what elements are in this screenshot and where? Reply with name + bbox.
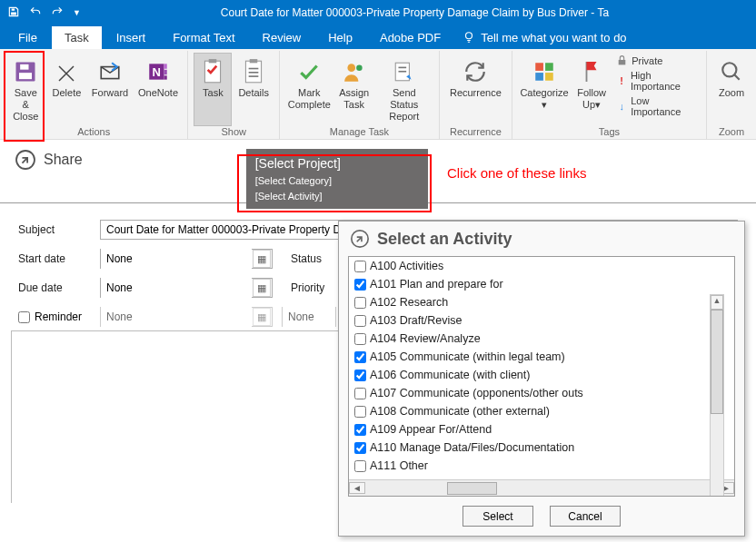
share-icon xyxy=(15,149,36,171)
calendar-icon[interactable]: ▦ xyxy=(253,279,271,297)
high-importance-icon: ! xyxy=(616,75,627,86)
activity-label: A101 Plan and prepare for xyxy=(370,278,503,291)
recurrence-button[interactable]: Recurrence xyxy=(445,53,506,126)
group-zoom-label: Zoom xyxy=(712,126,751,139)
activity-checkbox[interactable] xyxy=(354,261,366,272)
tell-me-input[interactable]: Tell me what you want to do xyxy=(463,31,626,44)
assign-task-button[interactable]: Assign Task xyxy=(335,53,373,126)
reminder-checkbox[interactable] xyxy=(18,311,30,323)
tab-help[interactable]: Help xyxy=(315,26,365,49)
activity-checkbox[interactable] xyxy=(354,442,366,454)
activity-checkbox[interactable] xyxy=(354,279,366,291)
low-importance-toggle[interactable]: ↓Low Importance xyxy=(616,95,697,117)
activity-label: A107 Communicate (opponents/other outs xyxy=(370,387,583,399)
activity-row[interactable]: A111 Other xyxy=(349,457,734,475)
forward-button[interactable]: Forward xyxy=(87,53,132,126)
flag-icon xyxy=(582,60,602,84)
select-activity-dialog: Select an Activity A100 ActivitiesA101 P… xyxy=(338,221,745,537)
save-close-icon xyxy=(13,59,38,84)
share-bar: Share [Select Project] [Select Category]… xyxy=(0,140,756,203)
vertical-scrollbar[interactable]: ▲ ▼ xyxy=(710,294,724,497)
select-category-link[interactable]: [Select Category] xyxy=(255,173,417,189)
scroll-up-icon[interactable]: ▲ xyxy=(711,295,723,310)
activity-row[interactable]: A110 Manage Data/Files/Documentation xyxy=(349,439,734,457)
reminder-time-input[interactable] xyxy=(282,307,336,327)
undo-icon[interactable] xyxy=(29,5,42,21)
group-actions-label: Actions xyxy=(5,126,182,139)
tab-review[interactable]: Review xyxy=(250,26,314,49)
activity-label: A103 Draft/Revise xyxy=(370,314,462,327)
redo-icon[interactable] xyxy=(51,5,64,21)
lightbulb-icon xyxy=(463,31,475,44)
save-icon[interactable] xyxy=(7,5,20,21)
private-toggle[interactable]: Private xyxy=(616,54,697,66)
reminder-label: Reminder xyxy=(35,310,82,323)
delete-icon xyxy=(55,61,77,83)
group-show-label: Show xyxy=(194,126,274,139)
activity-checkbox[interactable] xyxy=(354,297,366,309)
high-importance-toggle[interactable]: !High Importance xyxy=(616,70,697,92)
svg-rect-25 xyxy=(545,73,553,81)
project-select-box: [Select Project] [Select Category] [Sele… xyxy=(246,149,428,209)
tab-file[interactable]: File xyxy=(5,26,50,49)
due-date-input[interactable]: ▦ xyxy=(100,278,273,298)
activity-checkbox[interactable] xyxy=(354,424,366,436)
activity-row[interactable]: A100 Activities xyxy=(349,257,734,275)
tab-insert[interactable]: Insert xyxy=(104,26,159,49)
activity-row[interactable]: A107 Communicate (opponents/other outs xyxy=(349,384,734,402)
select-project-link[interactable]: [Select Project] xyxy=(255,154,417,173)
svg-rect-21 xyxy=(398,71,406,73)
save-close-button[interactable]: Save & Close xyxy=(5,53,45,126)
cancel-button[interactable]: Cancel xyxy=(550,506,621,527)
calendar-icon[interactable]: ▦ xyxy=(253,250,271,268)
categorize-button[interactable]: Categorize▾ xyxy=(518,53,571,126)
tab-format[interactable]: Format Text xyxy=(160,26,247,49)
svg-rect-2 xyxy=(20,64,28,70)
mark-complete-button[interactable]: Mark Complete xyxy=(285,53,333,126)
activity-list[interactable]: A100 ActivitiesA101 Plan and prepare for… xyxy=(349,257,734,479)
details-button[interactable]: Details xyxy=(234,53,274,126)
activity-label: A109 Appear For/Attend xyxy=(370,423,492,436)
send-status-button[interactable]: Send Status Report xyxy=(375,53,433,126)
activity-row[interactable]: A105 Communicate (within legal team) xyxy=(349,348,734,366)
select-button[interactable]: Select xyxy=(463,506,533,527)
calendar-icon[interactable]: ▦ xyxy=(253,308,271,326)
scroll-left-icon[interactable]: ◄ xyxy=(349,482,365,494)
task-view-button[interactable]: Task xyxy=(194,53,232,126)
zoom-button[interactable]: Zoom xyxy=(712,53,751,126)
activity-checkbox[interactable] xyxy=(354,333,366,345)
svg-rect-22 xyxy=(535,63,543,71)
activity-checkbox[interactable] xyxy=(354,351,366,363)
activity-checkbox[interactable] xyxy=(354,460,366,472)
activity-checkbox[interactable] xyxy=(354,406,366,418)
reminder-date-input[interactable]: ▦ xyxy=(100,307,273,327)
share-button[interactable]: Share xyxy=(15,149,83,171)
dialog-title-text: Select an Activity xyxy=(377,230,512,249)
assign-icon xyxy=(343,60,366,84)
onenote-button[interactable]: N OneNote xyxy=(134,53,183,126)
activity-row[interactable]: A106 Communicate (with client) xyxy=(349,366,734,384)
activity-checkbox[interactable] xyxy=(354,370,366,381)
activity-row[interactable]: A102 Research xyxy=(349,293,734,311)
delete-button[interactable]: Delete xyxy=(47,53,85,126)
followup-button[interactable]: Follow Up▾ xyxy=(572,53,611,126)
svg-rect-24 xyxy=(535,73,543,81)
activity-checkbox[interactable] xyxy=(354,315,366,327)
forward-icon xyxy=(98,60,122,84)
horizontal-scrollbar[interactable]: ◄ ► xyxy=(349,479,734,496)
activity-row[interactable]: A108 Communicate (other external) xyxy=(349,402,734,420)
select-activity-link[interactable]: [Select Activity] xyxy=(255,189,417,204)
activity-row[interactable]: A109 Appear For/Attend xyxy=(349,420,734,439)
send-status-icon xyxy=(393,60,416,84)
activity-label: A111 Other xyxy=(370,459,428,472)
tab-task[interactable]: Task xyxy=(52,26,102,49)
details-icon xyxy=(242,58,265,85)
activity-row[interactable]: A104 Review/Analyze xyxy=(349,330,734,348)
activity-checkbox[interactable] xyxy=(354,388,366,399)
qat-more-icon[interactable]: ▼ xyxy=(73,8,81,17)
activity-row[interactable]: A103 Draft/Revise xyxy=(349,311,734,330)
start-date-input[interactable]: ▦ xyxy=(100,249,273,269)
svg-rect-8 xyxy=(164,75,166,79)
activity-row[interactable]: A101 Plan and prepare for xyxy=(349,275,734,293)
tab-adobe[interactable]: Adobe PDF xyxy=(367,26,453,49)
